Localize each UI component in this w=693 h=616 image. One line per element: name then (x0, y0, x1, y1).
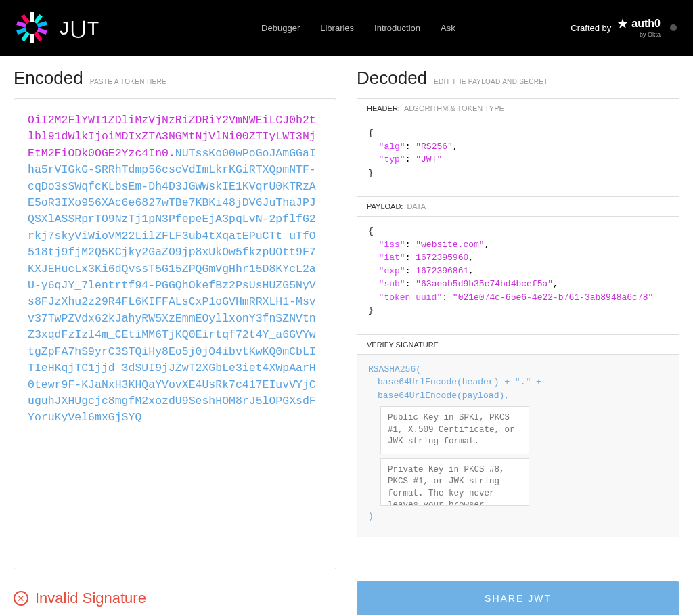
encoded-subtitle: PASTE A TOKEN HERE (90, 78, 166, 85)
decoded-subtitle: EDIT THE PAYLOAD AND SECRET (434, 78, 548, 85)
verify-signature-box: RSASHA256( base64UrlEncode(header) + "."… (357, 354, 679, 537)
decoded-title: Decoded (357, 68, 427, 89)
verify-line-2: base64UrlEncode(payload), (368, 389, 668, 403)
main-content: Encoded PASTE A TOKEN HERE OiI2M2FlYWI1Z… (0, 56, 693, 569)
nav-links: Debugger Libraries Introduction Ask (261, 23, 455, 33)
encoded-title: Encoded (14, 68, 83, 89)
svg-rect-0 (30, 12, 34, 22)
payload-label: PAYLOAD: (367, 202, 403, 211)
status-dot-icon (670, 24, 677, 31)
jwt-wordmark: J⋃T (60, 17, 100, 39)
signature-status: ✕ Invalid Signature (14, 590, 336, 607)
decoded-title-row: Decoded EDIT THE PAYLOAD AND SECRET (357, 68, 679, 89)
top-nav: J⋃T Debugger Libraries Introduction Ask … (0, 0, 693, 56)
nav-ask[interactable]: Ask (441, 23, 455, 33)
token-dot: . (169, 147, 175, 160)
svg-rect-2 (34, 14, 43, 24)
verify-label: VERIFY SIGNATURE (367, 340, 439, 349)
svg-rect-4 (37, 21, 47, 28)
verify-algo-line: RSASHA256( (368, 363, 668, 376)
auth0-text: auth0 (631, 18, 661, 30)
jwt-logo-icon (16, 12, 47, 43)
header-sublabel: ALGORITHM & TOKEN TYPE (404, 104, 504, 112)
header-json-box[interactable]: { "alg": "RS256", "typ": "JWT" } (357, 118, 679, 188)
decoded-column: Decoded EDIT THE PAYLOAD AND SECRET HEAD… (357, 68, 679, 569)
verify-close-paren: ) (368, 510, 668, 523)
payload-json-box[interactable]: { "iss": "website.com", "iat": 167239596… (357, 216, 679, 326)
header-label: HEADER: (367, 104, 400, 112)
crafted-by-label: Crafted by (571, 23, 611, 33)
token-signature-segment: NUTssKo00wPoGoJAmGGaIha5rVIGkG-SRRhTdmp5… (28, 147, 316, 424)
nav-introduction[interactable]: Introduction (374, 23, 420, 33)
logo[interactable]: J⋃T (16, 12, 100, 43)
private-key-input[interactable] (380, 458, 529, 506)
auth0-link[interactable]: auth0 (617, 18, 661, 30)
payload-sublabel: DATA (407, 202, 426, 211)
svg-rect-7 (16, 21, 26, 28)
public-key-input[interactable] (380, 406, 529, 454)
payload-subheader: PAYLOAD: DATA (357, 196, 679, 216)
crafted-by: Crafted by auth0 by Okta (571, 18, 677, 38)
footer-row: ✕ Invalid Signature SHARE JWT (0, 569, 693, 615)
svg-rect-1 (30, 34, 34, 43)
encoded-token-input[interactable]: OiI2M2FlYWI1ZDliMzVjNzRiZDRiY2VmNWEiLCJ0… (14, 98, 336, 569)
signature-status-text: Invalid Signature (35, 590, 146, 607)
svg-rect-8 (34, 32, 43, 42)
auth0-icon (617, 18, 629, 30)
verify-line-1: base64UrlEncode(header) + "." + (368, 376, 668, 389)
svg-rect-3 (21, 32, 30, 42)
invalid-icon: ✕ (14, 591, 28, 606)
svg-rect-9 (21, 14, 30, 24)
nav-debugger[interactable]: Debugger (261, 23, 300, 33)
encoded-title-row: Encoded PASTE A TOKEN HERE (14, 68, 336, 89)
svg-rect-6 (37, 28, 47, 35)
encoded-column: Encoded PASTE A TOKEN HERE OiI2M2FlYWI1Z… (14, 68, 336, 569)
share-jwt-button[interactable]: SHARE JWT (357, 581, 679, 615)
verify-subheader: VERIFY SIGNATURE (357, 334, 679, 354)
nav-libraries[interactable]: Libraries (320, 23, 354, 33)
svg-rect-5 (16, 28, 26, 35)
by-okta-label: by Okta (640, 31, 661, 38)
header-subheader: HEADER: ALGORITHM & TOKEN TYPE (357, 98, 679, 118)
